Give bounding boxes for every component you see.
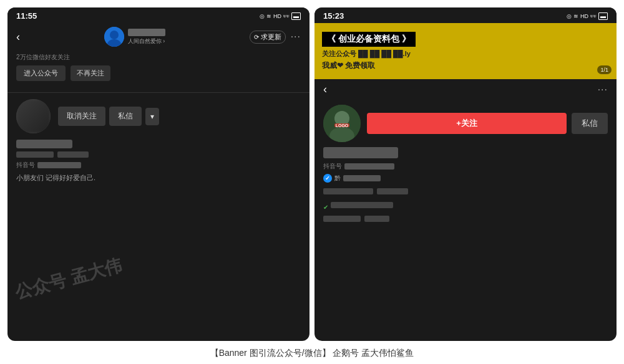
back-button-right[interactable]: ‹ — [323, 83, 327, 96]
svg-text:LOGO: LOGO — [336, 123, 349, 128]
meta-rows-right: ✔ — [314, 188, 617, 226]
wifi-icon: ◎ — [260, 13, 265, 19]
person-avatar-svg: LOGO — [323, 105, 361, 142]
meta-blurred-5 — [364, 216, 389, 222]
banner-area: 《 创业必备资料包 》 关注公众号 ██ ██ ██ ██.ly 我威❤ 免费领… — [314, 23, 617, 79]
battery-icon-left: ▬ — [291, 12, 301, 20]
nav-bar-right: ‹ ··· — [314, 79, 617, 100]
douyin-id-blurred-right — [344, 163, 394, 170]
status-time-right: 15:23 — [323, 11, 344, 21]
banner-subtitle-text: 关注公众号 ██ ██ ██ ██.ly — [322, 50, 411, 57]
update-button[interactable]: ⟳ 求更新 — [250, 31, 286, 44]
no-follow-button[interactable]: 不再关注 — [71, 65, 110, 81]
follow-actions-right: +关注 私信 — [367, 113, 608, 134]
douyin-label-left: 抖音号 — [16, 161, 35, 170]
banner-title: 《 创业必备资料包 》 — [322, 32, 416, 47]
douyin-label-right: 抖音号 — [323, 162, 342, 171]
main-container: 11:55 ◎ ≋ HD ᵾᵾ ▬ ‹ — [0, 0, 624, 364]
nav-name-blurred-left: 人间自然爱你 › — [128, 29, 165, 46]
meta-row-3 — [323, 216, 608, 226]
message-button-right[interactable]: 私信 — [572, 113, 608, 134]
hd-label-right: HD — [580, 13, 588, 19]
meta-blurred-1 — [323, 188, 373, 194]
right-screenshot: 15:23 ◎ ≋ HD ᵾᵾ ▬ 《 创业必备资料包 》 关注公众号 ██ █… — [314, 7, 617, 341]
username-blurred-left — [16, 140, 72, 148]
avatar-right-main: LOGO — [323, 105, 361, 142]
avatar-blur-left — [16, 99, 51, 133]
user-meta-left — [16, 151, 301, 158]
banner-subtitle: 关注公众号 ██ ██ ██ ██.ly — [322, 49, 609, 59]
svg-point-1 — [110, 31, 119, 39]
user-info-section-left: 抖音号 小朋友们 记得好好爱自己. — [7, 140, 310, 188]
message-button-left[interactable]: 私信 — [109, 107, 142, 126]
signal-icon: ≋ — [266, 13, 271, 19]
douyin-id-row-left: 抖音号 — [16, 161, 301, 170]
more-button-left[interactable]: ··· — [291, 31, 301, 42]
banner-cta-text: 我威❤ 免费领取 — [322, 61, 375, 70]
dropdown-button-left[interactable]: ▾ — [145, 108, 159, 125]
battery-icon-right: ▬ — [598, 12, 608, 20]
nav-avatar-left — [104, 27, 124, 47]
nav-actions-left: ⟳ 求更新 ··· — [250, 31, 301, 44]
meta-row-2: ✔ — [323, 202, 608, 212]
bio-text-left: 小朋友们 记得好好爱自己. — [16, 173, 301, 183]
user-avatar-main-left — [16, 99, 51, 133]
avatar-icon-left — [104, 27, 124, 47]
wifi-icon-right: ◎ — [567, 13, 572, 19]
signal-icon-right: ≋ — [573, 13, 578, 19]
nav-center-left: 人间自然爱你 › — [104, 27, 165, 47]
checkmark-icon: ✔ — [323, 204, 328, 211]
verified-badge: ✓ — [323, 174, 332, 183]
signal-bars-right: ᵾᵾ — [590, 12, 597, 19]
nav-sub-text: 人间自然爱你 › — [128, 37, 165, 46]
follow-button-right[interactable]: +关注 — [367, 113, 567, 134]
cancel-follow-button[interactable]: 取消关注 — [58, 107, 105, 126]
update-label: 求更新 — [261, 32, 281, 42]
verified-prefix: 黔 — [334, 174, 341, 183]
watermark-left: 公众号 孟大伟 — [12, 254, 125, 305]
status-icons-left: ◎ ≋ HD ᵾᵾ ▬ — [260, 12, 301, 20]
user-row-left: 取消关注 私信 ▾ — [7, 99, 310, 140]
screenshots-row: 11:55 ◎ ≋ HD ᵾᵾ ▬ ‹ — [0, 0, 624, 341]
nav-bar-left: ‹ 人间自然爱你 › — [7, 23, 310, 50]
username-right-section: 抖音号 ✓ 黔 — [314, 147, 617, 188]
divider-left — [7, 92, 310, 93]
banner-cta: 我威❤ 免费领取 — [322, 60, 609, 71]
meta-blurred-2 — [377, 188, 408, 194]
update-icon: ⟳ — [254, 34, 259, 41]
enter-official-button[interactable]: 进入公众号 — [16, 65, 66, 81]
avatar-image-right: LOGO — [323, 105, 361, 142]
signal-bars-left: ᵾᵾ — [283, 12, 290, 19]
douyin-id-right: 抖音号 — [323, 162, 608, 171]
profile-section-left: 2万位微信好友关注 进入公众号 不再关注 — [7, 50, 310, 92]
caption-row: 【Banner 图引流公众号/微信】 企鹅号 孟大伟怕鲨鱼 — [0, 341, 624, 364]
back-button-left[interactable]: ‹ — [16, 31, 20, 44]
meta-item-2 — [57, 151, 89, 158]
caption-text: 【Banner 图引流公众号/微信】 企鹅号 孟大伟怕鲨鱼 — [210, 348, 414, 358]
status-bar-right: 15:23 ◎ ≋ HD ᵾᵾ ▬ — [314, 7, 617, 23]
verified-row: ✓ 黔 — [323, 174, 608, 183]
status-time-left: 11:55 — [16, 11, 37, 21]
douyin-id-blurred-left — [37, 162, 81, 168]
user-action-buttons: 取消关注 私信 ▾ — [58, 107, 301, 126]
meta-blurred-4 — [323, 216, 361, 222]
more-button-right[interactable]: ··· — [598, 84, 608, 95]
meta-row-1 — [323, 188, 608, 198]
verified-name-blur — [343, 175, 381, 181]
meta-blurred-3 — [331, 202, 393, 208]
profile-main-right: LOGO +关注 私信 — [314, 100, 617, 147]
status-icons-right: ◎ ≋ HD ᵾᵾ ▬ — [567, 12, 608, 20]
followers-text-left: 2万位微信好友关注 — [16, 53, 301, 62]
hd-label: HD — [273, 13, 281, 19]
name-blur-1 — [128, 29, 165, 36]
left-screenshot: 11:55 ◎ ≋ HD ᵾᵾ ▬ ‹ — [7, 7, 310, 341]
banner-content: 《 创业必备资料包 》 关注公众号 ██ ██ ██ ██.ly 我威❤ 免费领… — [322, 32, 609, 71]
status-bar-left: 11:55 ◎ ≋ HD ᵾᵾ ▬ — [7, 7, 310, 23]
meta-item-1 — [16, 151, 54, 158]
action-buttons-left: 进入公众号 不再关注 — [16, 65, 301, 81]
username-blurred-right — [323, 147, 398, 158]
